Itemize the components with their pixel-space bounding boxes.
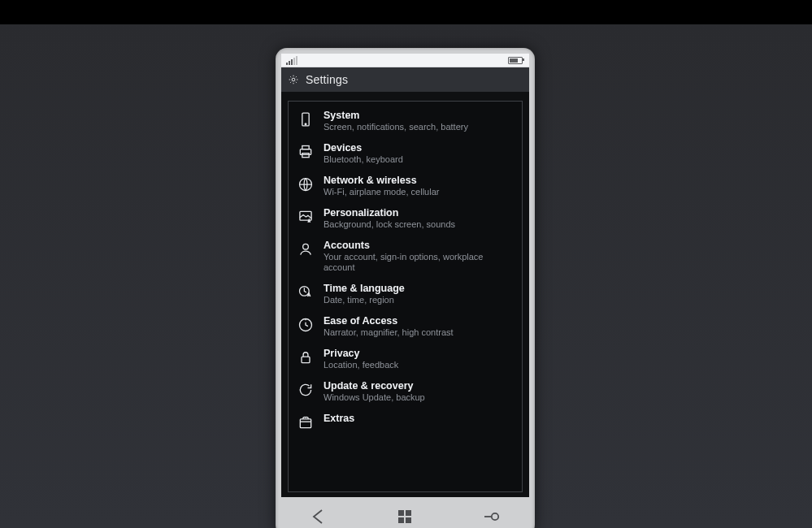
svg-rect-14 xyxy=(406,510,411,516)
settings-item-title: Update & recovery xyxy=(323,380,425,392)
back-button[interactable] xyxy=(309,507,328,526)
settings-item-title: System xyxy=(323,110,468,121)
settings-item-title: Devices xyxy=(323,142,403,154)
settings-item-system[interactable]: SystemScreen, notifications, search, bat… xyxy=(289,106,522,139)
lock-icon xyxy=(297,348,315,366)
personalization-icon xyxy=(297,208,315,226)
settings-item-time-language[interactable]: Time & languageDate, time, region xyxy=(289,279,522,312)
svg-rect-12 xyxy=(300,419,310,428)
settings-item-labels: SystemScreen, notifications, search, bat… xyxy=(323,110,468,132)
settings-item-desc: Bluetooth, keyboard xyxy=(323,154,403,165)
search-button[interactable] xyxy=(482,507,502,526)
svg-point-17 xyxy=(492,513,498,520)
extras-icon xyxy=(297,413,315,431)
settings-item-title: Ease of Access xyxy=(323,315,454,327)
svg-point-0 xyxy=(292,78,295,81)
settings-item-network-wireless[interactable]: Network & wirelessWi-Fi, airplane mode, … xyxy=(289,171,522,204)
svg-rect-11 xyxy=(302,357,310,363)
settings-item-title: Personalization xyxy=(323,207,455,219)
svg-point-2 xyxy=(305,123,306,125)
phone-screen: Settings SystemScreen, notifications, se… xyxy=(281,54,529,497)
person-icon xyxy=(297,240,315,258)
presentation-backdrop: Settings SystemScreen, notifications, se… xyxy=(0,24,812,528)
settings-item-desc: Wi-Fi, airplane mode, cellular xyxy=(323,187,439,197)
globe-icon xyxy=(297,175,315,193)
battery-icon xyxy=(508,57,523,64)
settings-item-labels: Time & languageDate, time, region xyxy=(323,283,405,305)
settings-item-desc: Date, time, region xyxy=(323,295,405,305)
printer-icon xyxy=(297,143,315,161)
settings-item-desc: Your account, sign-in options, workplace… xyxy=(323,252,514,272)
settings-item-accounts[interactable]: AccountsYour account, sign-in options, w… xyxy=(289,236,522,279)
svg-rect-5 xyxy=(302,154,309,158)
settings-item-desc: Location, feedback xyxy=(323,360,398,370)
phone-device-frame: Settings SystemScreen, notifications, se… xyxy=(276,48,535,528)
settings-item-privacy[interactable]: PrivacyLocation, feedback xyxy=(289,344,522,377)
settings-item-desc: Narrator, magnifier, high contrast xyxy=(323,327,454,338)
settings-item-desc: Background, lock screen, sounds xyxy=(323,219,455,230)
settings-list: SystemScreen, notifications, search, bat… xyxy=(288,101,523,492)
svg-rect-16 xyxy=(406,517,411,523)
ease-of-access-icon xyxy=(297,316,315,334)
settings-item-title: Privacy xyxy=(323,348,398,359)
svg-rect-13 xyxy=(398,510,404,516)
settings-header: Settings xyxy=(281,67,529,92)
settings-item-personalization[interactable]: PersonalizationBackground, lock screen, … xyxy=(289,204,522,236)
signal-strength-icon xyxy=(286,56,297,65)
page-title: Settings xyxy=(306,73,348,86)
svg-point-8 xyxy=(303,244,309,249)
update-icon xyxy=(297,381,315,399)
settings-item-labels: PrivacyLocation, feedback xyxy=(323,348,398,370)
settings-item-desc: Windows Update, backup xyxy=(323,392,425,403)
phone-nav-bar xyxy=(276,497,535,528)
settings-item-title: Accounts xyxy=(323,240,514,251)
settings-item-title: Extras xyxy=(323,413,354,424)
windows-home-button[interactable] xyxy=(395,507,415,526)
settings-item-labels: AccountsYour account, sign-in options, w… xyxy=(323,240,514,273)
phone-portrait-icon xyxy=(297,110,315,128)
settings-item-labels: DevicesBluetooth, keyboard xyxy=(323,142,403,165)
settings-item-title: Network & wireless xyxy=(323,175,439,186)
settings-item-ease-of-access[interactable]: Ease of AccessNarrator, magnifier, high … xyxy=(289,312,522,344)
svg-rect-4 xyxy=(302,146,309,149)
settings-item-extras[interactable]: Extras xyxy=(289,409,522,438)
settings-item-labels: Network & wirelessWi-Fi, airplane mode, … xyxy=(323,175,439,197)
settings-item-labels: Extras xyxy=(323,413,354,424)
settings-item-labels: PersonalizationBackground, lock screen, … xyxy=(323,207,455,230)
settings-item-labels: Update & recoveryWindows Update, backup xyxy=(323,380,425,403)
settings-item-update-recovery[interactable]: Update & recoveryWindows Update, backup xyxy=(289,377,522,409)
settings-item-labels: Ease of AccessNarrator, magnifier, high … xyxy=(323,315,454,338)
settings-item-devices[interactable]: DevicesBluetooth, keyboard xyxy=(289,139,522,171)
gear-icon xyxy=(288,74,299,85)
time-language-icon xyxy=(297,283,315,301)
svg-rect-15 xyxy=(398,517,404,523)
settings-item-title: Time & language xyxy=(323,283,405,294)
status-bar xyxy=(281,54,529,67)
settings-item-desc: Screen, notifications, search, battery xyxy=(323,122,468,132)
